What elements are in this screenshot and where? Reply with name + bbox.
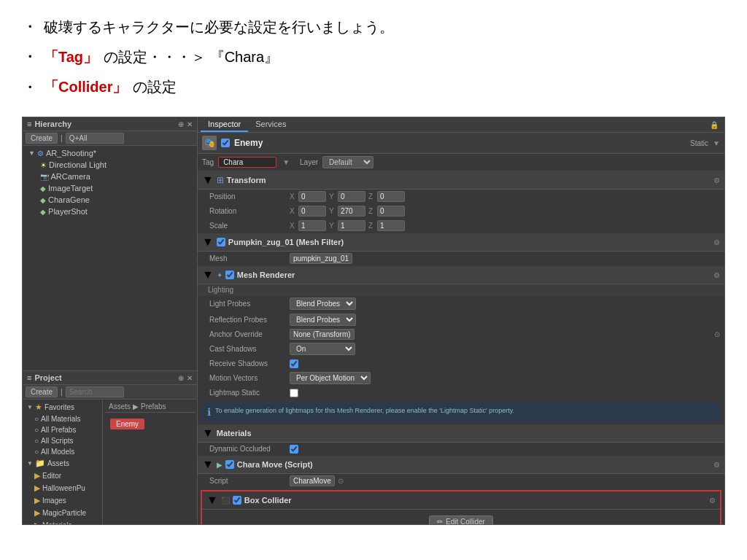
- layer-dropdown[interactable]: Default: [322, 156, 374, 168]
- receive-shadows-checkbox[interactable]: [290, 359, 298, 368]
- project-toolbar[interactable]: Create |: [23, 385, 197, 400]
- rotation-y[interactable]: [338, 206, 365, 217]
- rotation-x[interactable]: [298, 206, 326, 217]
- project-title: ≡ Project: [27, 373, 62, 382]
- tag-value[interactable]: Chara: [218, 157, 276, 168]
- script-pick-icon[interactable]: ⊙: [338, 477, 344, 485]
- hierarchy-item-directional-light[interactable]: ☀ Directional Light: [23, 159, 197, 171]
- project-magic[interactable]: ▶ MagicParticle: [23, 507, 102, 519]
- project-editor[interactable]: ▶ Editor: [23, 470, 102, 482]
- hierarchy-panel: ≡ Hierarchy ⊕ ✕ Create | ▼ ⚙ AR_Shooting…: [23, 117, 197, 371]
- left-panel: ≡ Hierarchy ⊕ ✕ Create | ▼ ⚙ AR_Shooting…: [23, 117, 198, 524]
- project-all-prefabs[interactable]: ○ All Prefabs: [23, 424, 102, 435]
- reflection-probes-dropdown[interactable]: Blend Probes: [290, 314, 356, 326]
- bullet-2-red: 「Tag」: [44, 44, 98, 69]
- receive-shadows-row: Receive Shadows: [198, 357, 724, 370]
- hierarchy-root-item[interactable]: ▼ ⚙ AR_Shooting*: [23, 147, 197, 159]
- enemy-asset[interactable]: Enemy: [110, 419, 144, 429]
- hierarchy-item-charagene[interactable]: ◆ CharaGene: [23, 194, 197, 206]
- transform-rotation-row: Rotation X Y Z: [198, 204, 724, 219]
- hierarchy-search[interactable]: [66, 133, 124, 144]
- transform-settings-icon[interactable]: ⚙: [713, 176, 720, 184]
- mesh-filter-active[interactable]: [217, 238, 225, 246]
- info-icon: ℹ: [207, 406, 211, 418]
- mesh-filter-section-header[interactable]: ▼ Pumpkin_zug_01 (Mesh Filter) ⚙: [198, 233, 724, 252]
- project-halloween[interactable]: ▶ HalloweenPu: [23, 482, 102, 494]
- chara-move-section-header[interactable]: ▼ ▶ Chara Move (Script) ⚙: [198, 456, 724, 474]
- rotation-z[interactable]: [377, 206, 405, 217]
- info-text: To enable generation of lightmaps for th…: [215, 406, 514, 416]
- hierarchy-item-playershot[interactable]: ◆ PlayerShot: [23, 206, 197, 217]
- project-panel: ≡ Project ⊕ ✕ Create | ▼ ★ Favorit: [23, 371, 197, 524]
- cast-shadows-dropdown[interactable]: On: [290, 343, 355, 355]
- project-right-panel: Assets ▶ Prefabs Enemy: [103, 400, 197, 524]
- box-collider-title: Box Collider: [244, 496, 706, 505]
- hierarchy-item-arcamera[interactable]: 📷 ARCamera: [23, 171, 197, 182]
- tab-services[interactable]: Services: [248, 117, 293, 132]
- mesh-filter-icons: ⚙: [713, 238, 720, 246]
- lock-icon: 🔒: [710, 121, 719, 129]
- position-x[interactable]: [298, 191, 326, 202]
- transform-position-row: Position X Y Z: [198, 190, 724, 204]
- scale-x[interactable]: [298, 220, 326, 231]
- static-label: Static: [690, 139, 708, 147]
- transform-section-icons: ⚙: [713, 176, 720, 184]
- light-probes-dropdown[interactable]: Blend Probes: [290, 298, 356, 310]
- position-z[interactable]: [377, 191, 405, 202]
- edit-collider-btn[interactable]: ✏ Edit Collider: [429, 516, 493, 524]
- position-y[interactable]: [338, 191, 365, 202]
- mesh-filter-settings-icon[interactable]: ⚙: [713, 238, 720, 246]
- box-collider-icons: ⚙: [709, 497, 716, 505]
- mesh-renderer-active[interactable]: [225, 271, 234, 279]
- bullet-3-red: 「Collider」: [44, 74, 127, 99]
- lightmap-static-checkbox[interactable]: [290, 389, 298, 397]
- unity-editor: ≡ Hierarchy ⊕ ✕ Create | ▼ ⚙ AR_Shooting…: [22, 117, 725, 525]
- dynamic-occluded-checkbox[interactable]: [290, 445, 298, 454]
- static-dropdown-arrow[interactable]: ▼: [713, 139, 720, 147]
- materials-section-header[interactable]: ▼ Materials: [198, 424, 724, 443]
- project-favorites: ▼ ★ Favorites: [23, 401, 102, 413]
- project-create-btn[interactable]: Create: [26, 386, 58, 397]
- edit-collider-icon: ✏: [437, 518, 443, 524]
- project-images[interactable]: ▶ Images: [23, 494, 102, 507]
- motion-vectors-dropdown[interactable]: Per Object Motion: [290, 372, 371, 384]
- project-materials[interactable]: ▶ Materials: [23, 519, 102, 524]
- anchor-override-pick-icon[interactable]: ⊙: [714, 330, 720, 338]
- lightmap-info-box: ℹ To enable generation of lightmaps for …: [202, 402, 720, 421]
- scale-z[interactable]: [377, 220, 405, 231]
- hierarchy-toolbar[interactable]: Create |: [23, 131, 197, 146]
- tag-row: Tag Chara ▼ Layer Default: [198, 154, 724, 171]
- transform-section-header[interactable]: ▼ ⊞ Transform ⚙: [198, 171, 724, 190]
- chara-move-settings-icon[interactable]: ⚙: [713, 461, 720, 469]
- project-tree: ▼ ★ Favorites ○ All Materials ○ All Pref…: [23, 400, 197, 524]
- hierarchy-tree: ▼ ⚙ AR_Shooting* ☀ Directional Light 📷 A…: [23, 146, 197, 370]
- scale-y[interactable]: [338, 220, 365, 231]
- project-search[interactable]: [66, 386, 124, 397]
- box-collider-active[interactable]: [233, 496, 241, 505]
- mesh-renderer-settings-icon[interactable]: ⚙: [713, 271, 720, 279]
- hierarchy-item-imagetarget[interactable]: ◆ ImageTarget: [23, 182, 197, 194]
- project-all-scripts[interactable]: ○ All Scripts: [23, 435, 102, 446]
- lighting-subsection-label: Lighting: [198, 284, 724, 296]
- project-all-models[interactable]: ○ All Models: [23, 446, 102, 457]
- object-active-checkbox[interactable]: [221, 139, 230, 147]
- project-assets-area: Enemy: [104, 413, 196, 435]
- mesh-renderer-section-header[interactable]: ▼ ✦ Mesh Renderer ⚙: [198, 266, 724, 284]
- lightmap-static-row: Lightmap Static: [198, 386, 724, 400]
- mesh-renderer-icons: ⚙: [713, 271, 720, 279]
- hierarchy-create-btn[interactable]: Create: [26, 133, 58, 144]
- tag-label: Tag: [202, 158, 214, 166]
- chara-move-title: Chara Move (Script): [237, 460, 711, 469]
- project-all-materials[interactable]: ○ All Materials: [23, 413, 102, 424]
- object-name: Enemy: [234, 138, 686, 148]
- project-header: ≡ Project ⊕ ✕: [23, 371, 197, 385]
- hierarchy-header: ≡ Hierarchy ⊕ ✕: [23, 117, 197, 131]
- chara-move-icons: ⚙: [713, 461, 720, 469]
- materials-title: Materials: [217, 429, 720, 438]
- object-icon: 🎭: [202, 136, 217, 150]
- chara-move-active[interactable]: [225, 460, 234, 469]
- bullet-1: ・ 破壊するキャラクターに必要な設定を行いましょう。: [22, 13, 725, 40]
- tab-inspector[interactable]: Inspector: [201, 117, 248, 132]
- box-collider-settings-icon[interactable]: ⚙: [709, 497, 716, 505]
- project-breadcrumb: Assets ▶ Prefabs: [104, 401, 196, 413]
